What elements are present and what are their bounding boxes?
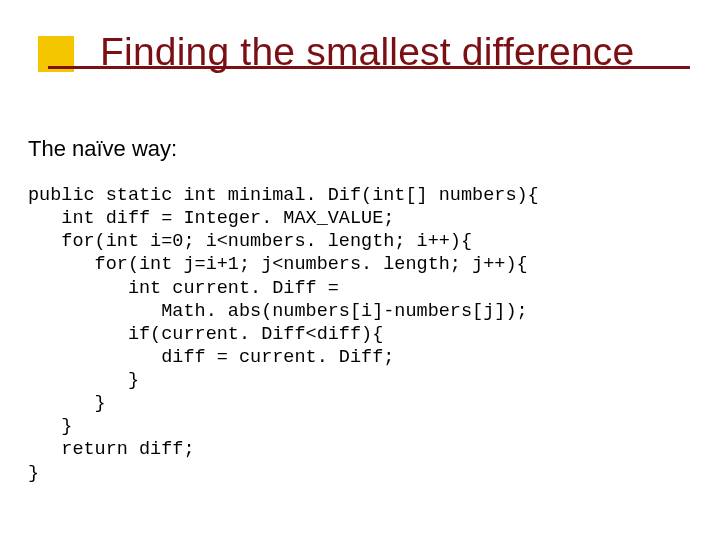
slide-body: The naïve way: public static int minimal… [0, 100, 720, 485]
slide: Finding the smallest difference The naïv… [0, 0, 720, 540]
slide-title: Finding the smallest difference [100, 30, 634, 74]
code-block: public static int minimal. Dif(int[] num… [28, 184, 692, 485]
lead-text: The naïve way: [28, 136, 692, 162]
title-row: Finding the smallest difference [0, 0, 720, 100]
